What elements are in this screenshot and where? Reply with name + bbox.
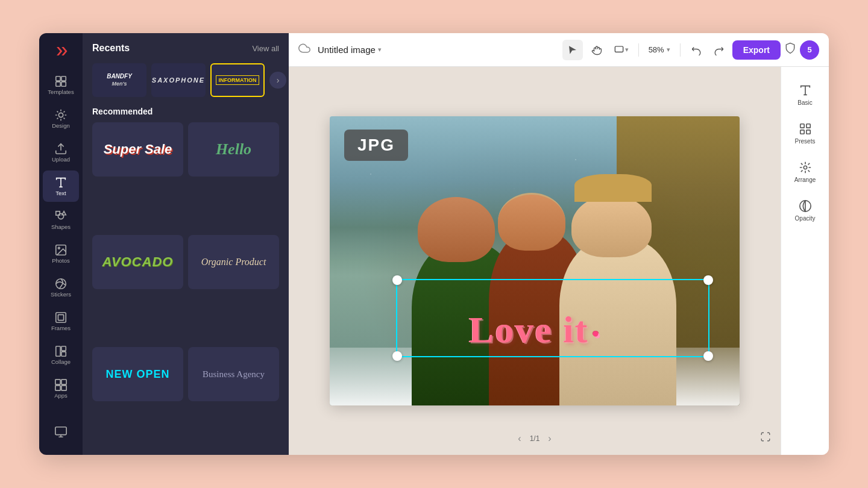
right-panel-opacity[interactable]: Opacity [785,192,826,228]
sidebar-item-apps[interactable]: Apps [43,373,79,404]
recents-title: Recents [92,43,130,54]
right-panel: Basic Presets Arrang [781,67,829,455]
svg-rect-19 [55,380,60,384]
document-title-text: Untitled image [318,45,376,55]
title-chevron-icon: ▾ [378,46,382,54]
recent-2-text: SAXOPHONE [152,77,205,84]
jpg-badge: JPG [344,130,408,161]
template-avocado[interactable]: AVOCADO [92,235,183,289]
user-avatar[interactable]: 5 [800,40,819,60]
svg-rect-17 [61,346,66,351]
document-title[interactable]: Untitled image ▾ [318,45,382,55]
person-right-head [571,195,652,258]
sidebar-item-upload[interactable]: Upload [43,137,79,168]
sidebar-item-text[interactable]: Text [43,170,79,202]
redo-button[interactable] [709,40,729,60]
person-right-hair [574,174,652,202]
svg-rect-3 [61,82,66,86]
presets-label: Presets [795,138,816,145]
export-button[interactable]: Export [732,40,781,60]
people-group [381,174,688,405]
right-panel-arrange[interactable]: Arrange [785,154,826,190]
template-organic-text: Organic Product [201,257,266,267]
love-it-text-element[interactable]: Love it● [469,308,600,351]
app-container: Templates Design Upload Text [39,33,829,455]
template-business-agency[interactable]: Business Agency [188,347,279,401]
arrange-label: Arrange [794,177,816,183]
template-new-open[interactable]: NEW OPEN [92,347,183,401]
recent-card-1[interactable]: BANDFYMen's [92,63,146,97]
sidebar-item-apps-label: Apps [54,393,68,399]
recent-card-3[interactable]: INFORMATION [210,63,265,97]
app-logo[interactable] [50,40,72,62]
fit-to-screen-button[interactable] [760,431,771,445]
template-hello-text: Hello [216,140,251,158]
svg-rect-23 [55,427,66,435]
sidebar-item-upload-label: Upload [52,157,70,163]
recents-carousel: BANDFYMen's SAXOPHONE INFORMATION › [83,58,289,104]
svg-rect-1 [61,77,66,81]
page-total: 1 [536,434,540,443]
next-page-button[interactable]: › [544,432,555,445]
sidebar-item-templates[interactable]: Templates [43,69,79,101]
sidebar-item-design[interactable]: Design [43,103,79,134]
undo-button[interactable] [687,40,706,60]
svg-rect-22 [61,386,66,390]
sidebar-item-stickers[interactable]: Stickers [43,272,79,303]
sidebar-item-design-label: Design [52,123,70,129]
love-it-main: Love it [469,309,588,350]
svg-rect-28 [806,124,810,127]
canvas-wrapper[interactable]: JPG Love it● ‹ [289,67,781,455]
svg-rect-24 [615,46,623,52]
svg-rect-20 [61,380,66,384]
svg-rect-29 [800,130,804,133]
template-hello[interactable]: Hello [188,122,279,177]
hand-tool-button[interactable] [587,40,607,60]
main-canvas[interactable]: JPG Love it● [330,116,740,405]
recommended-title: Recommended [83,104,289,122]
svg-rect-21 [55,386,60,390]
template-business-text: Business Agency [203,369,265,380]
main-area: Untitled image ▾ [289,33,829,455]
zoom-level-text: 58% [649,45,664,54]
svg-rect-15 [58,314,63,320]
toolbar-divider-1 [638,43,639,57]
svg-rect-16 [56,346,60,357]
shield-icon[interactable] [784,42,796,57]
sidebar-item-frames[interactable]: Frames [43,305,79,337]
sidebar-item-text-label: Text [55,190,66,196]
cloud-icon [298,42,310,57]
recent-card-2[interactable]: SAXOPHONE [151,63,206,97]
svg-rect-18 [61,352,66,356]
sidebar-item-templates-label: Templates [48,89,74,95]
page-numbers: 1/1 [530,434,540,443]
topbar: Untitled image ▾ [289,33,829,67]
sidebar-item-photos-label: Photos [52,258,70,264]
prev-page-button[interactable]: ‹ [514,432,524,445]
page-current: 1 [530,434,534,443]
select-tool-button[interactable] [562,40,583,60]
sidebar-item-photos[interactable]: Photos [43,238,79,269]
carousel-next-button[interactable]: › [269,72,286,89]
right-panel-presets[interactable]: Presets [785,115,826,151]
text-templates-grid: Super Sale Hello AVOCADO Organic Product… [83,122,289,455]
recent-1-text: BANDFYMen's [107,73,132,87]
template-super-sale[interactable]: Super Sale [92,122,183,177]
sidebar-item-shapes[interactable]: Shapes [43,204,79,236]
layout-dropdown-button[interactable]: ▾ [611,40,632,60]
person-left-head [418,197,495,262]
page-counter: ‹ 1/1 › [514,432,555,445]
sidebar-item-collage-label: Collage [51,359,71,365]
view-all-button[interactable]: View all [252,44,279,53]
sidebar-item-bottom[interactable] [43,416,79,448]
svg-rect-14 [56,313,66,323]
sidebar-item-stickers-label: Stickers [51,292,71,298]
svg-rect-27 [800,124,804,127]
svg-point-4 [58,113,63,117]
right-panel-basic[interactable]: Basic [785,77,826,113]
template-newopen-text: NEW OPEN [105,368,169,381]
zoom-control-button[interactable]: 58% ▾ [645,40,674,60]
svg-rect-2 [56,82,60,86]
template-organic-product[interactable]: Organic Product [188,235,279,289]
sidebar-item-collage[interactable]: Collage [43,339,79,371]
